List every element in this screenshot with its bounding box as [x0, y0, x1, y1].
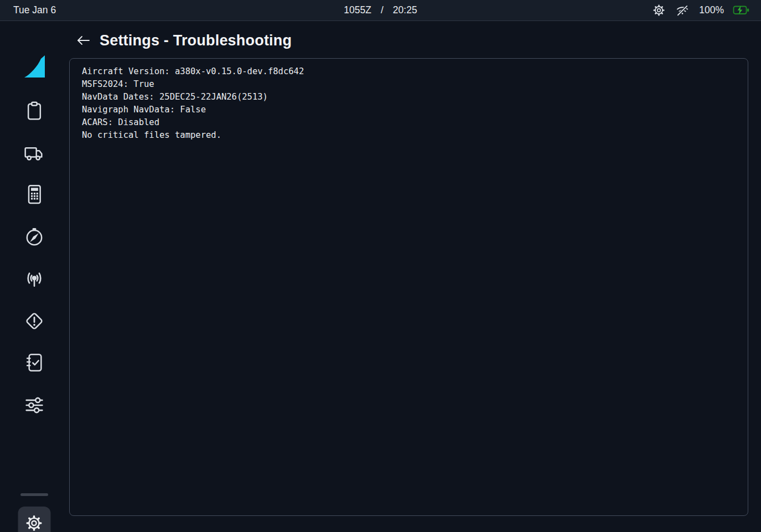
- sidebar-divider: [20, 493, 48, 496]
- gear-icon: [24, 513, 44, 532]
- flybywire-logo[interactable]: [21, 53, 48, 80]
- calculator-icon: [23, 183, 45, 205]
- status-clock: 1055Z / 20:25: [344, 4, 417, 16]
- console-line: NavData Dates: 25DEC25-22JAN26(2513): [82, 91, 736, 104]
- status-date: Tue Jan 6: [13, 4, 56, 16]
- alert-diamond-icon: [23, 310, 45, 332]
- troubleshooting-console: Aircraft Version: a380x-v0.15.0-dev.f8dc…: [69, 58, 748, 516]
- battery-charging-icon: [733, 4, 750, 16]
- gear-icon[interactable]: [652, 3, 666, 17]
- sidebar-item-presets[interactable]: [19, 390, 50, 421]
- console-line: Aircraft Version: a380x-v0.15.0-dev.f8dc…: [82, 65, 736, 78]
- sidebar-item-atc[interactable]: [19, 264, 50, 295]
- utc-time[interactable]: 1055Z: [344, 4, 371, 16]
- sidebar-item-performance[interactable]: [19, 179, 50, 210]
- sidebar-item-dispatch[interactable]: [19, 137, 50, 168]
- page-header: Settings - Troubleshooting: [68, 29, 292, 52]
- sidebar-item-dashboard[interactable]: [19, 95, 50, 126]
- status-bar: Tue Jan 6 1055Z / 20:25: [0, 0, 761, 21]
- broadcast-icon: [23, 267, 46, 291]
- sidebar: [0, 21, 68, 532]
- console-line: No critical files tampered.: [82, 129, 736, 142]
- sidebar-item-failures[interactable]: [19, 306, 50, 337]
- sliders-icon: [23, 394, 46, 417]
- page-title: Settings - Troubleshooting: [100, 32, 292, 49]
- sidebar-item-settings[interactable]: [18, 507, 50, 532]
- console-line: ACARS: Disabled: [82, 116, 736, 129]
- battery-percent: 100%: [699, 4, 724, 16]
- sidebar-item-navigation[interactable]: [19, 221, 50, 252]
- time-separator: /: [381, 4, 384, 16]
- local-time[interactable]: 20:25: [393, 4, 417, 16]
- back-arrow-icon[interactable]: [76, 34, 91, 47]
- truck-icon: [23, 142, 45, 164]
- sidebar-item-checklists[interactable]: [19, 347, 50, 378]
- checklist-icon: [23, 352, 45, 374]
- wifi-off-icon[interactable]: [675, 3, 690, 18]
- console-line: MSFS2024: True: [82, 78, 736, 91]
- compass-icon: [23, 226, 45, 248]
- console-line: Navigraph NavData: False: [82, 104, 736, 116]
- clipboard-icon: [23, 100, 45, 122]
